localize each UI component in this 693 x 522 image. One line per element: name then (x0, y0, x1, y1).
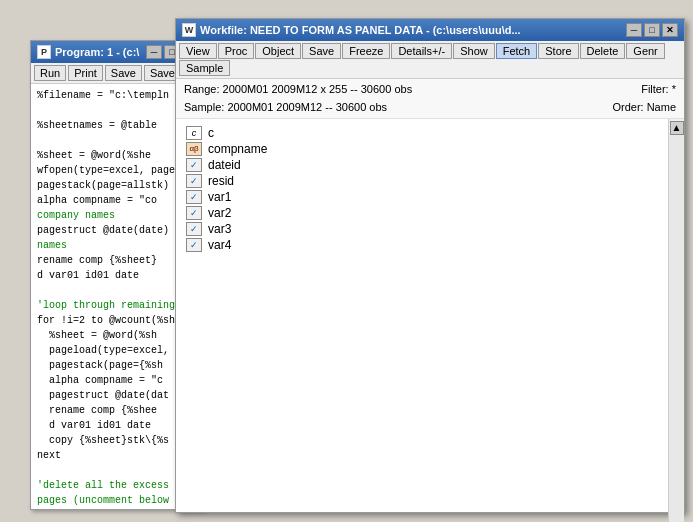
series-name-compname: compname (208, 142, 267, 156)
workfile-toolbar: View Proc Object Save Freeze Details+/- … (176, 41, 684, 79)
series-name-var1: var1 (208, 190, 231, 204)
scroll-up-btn[interactable]: ▲ (670, 121, 684, 135)
series-name-var3: var3 (208, 222, 231, 236)
code-line-0: %filename = "c:\templn (37, 88, 198, 103)
c-icon: c (186, 126, 202, 140)
sample-btn[interactable]: Sample (179, 60, 230, 76)
series-list: c c αβ compname ✓ dateid ✓ resid (176, 119, 668, 259)
sample-label: Sample: (184, 101, 224, 113)
var4-icon: ✓ (186, 238, 202, 252)
dateid-icon: ✓ (186, 158, 202, 172)
series-list-container: c c αβ compname ✓ dateid ✓ resid (176, 119, 668, 522)
series-name-resid: resid (208, 174, 234, 188)
code-line-3 (37, 133, 198, 148)
code-line-20: pagestruct @date(dat (37, 388, 198, 403)
scroll-track (669, 135, 684, 522)
code-line-19: alpha compname = "c (37, 373, 198, 388)
workfile-title: Workfile: NEED TO FORM AS PANEL DATA - (… (200, 24, 521, 36)
workfile-icon: W (182, 23, 196, 37)
series-name-c: c (208, 126, 214, 140)
workfile-window: W Workfile: NEED TO FORM AS PANEL DATA -… (175, 18, 685, 513)
program-title: Program: 1 - (c:\ (55, 46, 139, 58)
resid-icon: ✓ (186, 174, 202, 188)
code-line-26: 'delete all the excess pages (uncomment … (37, 478, 198, 508)
sample-info: Sample: 2000M01 2009M12 -- 30600 obs Ord… (184, 99, 676, 117)
code-line-7: alpha compname = "co (37, 193, 198, 208)
fetch-btn[interactable]: Fetch (496, 43, 538, 59)
program-save-btn[interactable]: Save (105, 65, 142, 81)
range-info: Range: 2000M01 2009M12 x 255 -- 30600 ob… (184, 81, 676, 99)
code-line-25 (37, 463, 198, 478)
series-item-c[interactable]: c c (186, 125, 658, 141)
view-btn[interactable]: View (179, 43, 217, 59)
program-icon: P (37, 45, 51, 59)
code-line-13 (37, 283, 198, 298)
workfile-close-btn[interactable]: ✕ (662, 23, 678, 37)
order-label: Order: Name (612, 99, 676, 117)
series-name-var2: var2 (208, 206, 231, 220)
var2-icon: ✓ (186, 206, 202, 220)
delete-btn[interactable]: Delete (580, 43, 626, 59)
code-line-10: names (37, 238, 198, 253)
workfile-minimize-btn[interactable]: ─ (626, 23, 642, 37)
code-line-8: company names (37, 208, 198, 223)
code-line-4: %sheet = @word(%she (37, 148, 198, 163)
code-line-22: d var01 id01 date (37, 418, 198, 433)
series-item-compname[interactable]: αβ compname (186, 141, 658, 157)
object-btn[interactable]: Object (255, 43, 301, 59)
filter-label: Filter: * (641, 81, 676, 99)
code-line-21: rename comp {%shee (37, 403, 198, 418)
store-btn[interactable]: Store (538, 43, 578, 59)
series-item-var3[interactable]: ✓ var3 (186, 221, 658, 237)
proc-btn[interactable]: Proc (218, 43, 255, 59)
code-line-2: %sheetnames = @table (37, 118, 198, 133)
workfile-main-area: c c αβ compname ✓ dateid ✓ resid (176, 119, 684, 522)
info-bar: Range: 2000M01 2009M12 x 255 -- 30600 ob… (176, 79, 684, 119)
details-btn[interactable]: Details+/- (391, 43, 452, 59)
code-line-12: d var01 id01 date (37, 268, 198, 283)
code-line-14: 'loop through remaining (37, 298, 198, 313)
series-name-dateid: dateid (208, 158, 241, 172)
code-line-1 (37, 103, 198, 118)
code-line-6: pagestack(page=allstk) (37, 178, 198, 193)
save-btn[interactable]: Save (302, 43, 341, 59)
code-line-11: rename comp {%sheet} (37, 253, 198, 268)
code-line-9: pagestruct @date(date) (37, 223, 198, 238)
workfile-maximize-btn[interactable]: □ (644, 23, 660, 37)
vertical-scrollbar[interactable]: ▲ ▼ (668, 119, 684, 522)
compname-icon: αβ (186, 142, 202, 156)
series-item-dateid[interactable]: ✓ dateid (186, 157, 658, 173)
workfile-titlebar: W Workfile: NEED TO FORM AS PANEL DATA -… (176, 19, 684, 41)
code-line-18: pagestack(page={%sh (37, 358, 198, 373)
series-item-var1[interactable]: ✓ var1 (186, 189, 658, 205)
var3-icon: ✓ (186, 222, 202, 236)
range-value: 2000M01 2009M12 x 255 -- 30600 obs (223, 83, 413, 95)
code-line-24: next (37, 448, 198, 463)
series-name-var4: var4 (208, 238, 231, 252)
workfile-window-controls: ─ □ ✕ (626, 23, 678, 37)
code-line-23: copy {%sheet}stk\{%s (37, 433, 198, 448)
sample-value: 2000M01 2009M12 -- 30600 obs (227, 101, 387, 113)
freeze-btn[interactable]: Freeze (342, 43, 390, 59)
show-btn[interactable]: Show (453, 43, 495, 59)
program-minimize-btn[interactable]: ─ (146, 45, 162, 59)
var1-icon: ✓ (186, 190, 202, 204)
code-line-15: for !i=2 to @wcount(%sh (37, 313, 198, 328)
series-item-resid[interactable]: ✓ resid (186, 173, 658, 189)
genr-btn[interactable]: Genr (626, 43, 664, 59)
program-print-btn[interactable]: Print (68, 65, 103, 81)
program-run-btn[interactable]: Run (34, 65, 66, 81)
code-line-5: wfopen(type=excel, page (37, 163, 198, 178)
range-label: Range: (184, 83, 219, 95)
code-line-16: %sheet = @word(%sh (37, 328, 198, 343)
series-item-var2[interactable]: ✓ var2 (186, 205, 658, 221)
code-line-17: pageload(type=excel, p (37, 343, 198, 358)
series-item-var4[interactable]: ✓ var4 (186, 237, 658, 253)
